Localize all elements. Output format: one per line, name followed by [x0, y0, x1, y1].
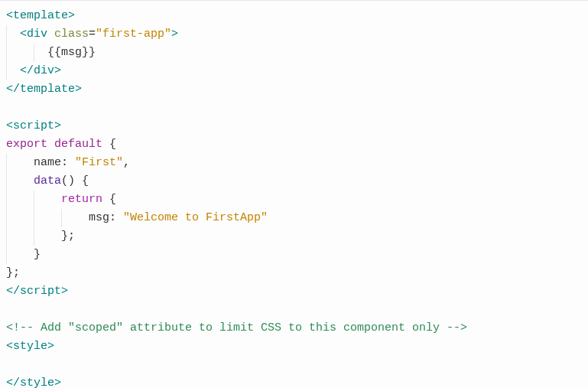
code-line[interactable]: {{msg}} [6, 44, 588, 62]
code-text: </style> [6, 374, 61, 388]
code-line[interactable]: return { [6, 191, 588, 209]
code-line[interactable]: <template> [6, 7, 588, 25]
code-text: <!-- Add "scoped" attribute to limit CSS… [6, 319, 467, 337]
code-text: } [6, 246, 41, 264]
code-line[interactable]: </template> [6, 80, 588, 99]
indent-guide [6, 154, 7, 172]
code-line[interactable]: </style> [6, 374, 588, 388]
code-line[interactable]: </script> [6, 282, 588, 301]
code-editor[interactable]: <template> <div class="first-app"> {{msg… [0, 0, 588, 388]
code-line[interactable]: }; [6, 264, 588, 282]
indent-guide [6, 246, 7, 264]
code-line[interactable]: <script> [6, 117, 588, 135]
code-line[interactable]: } [6, 246, 588, 264]
code-text: <template> [6, 7, 75, 25]
indent-guide [6, 44, 7, 62]
indent-guide [34, 191, 34, 209]
code-line[interactable]: data() { [6, 172, 588, 191]
code-line[interactable]: }; [6, 227, 588, 246]
code-line[interactable]: <style> [6, 337, 588, 356]
code-text: <script> [6, 117, 61, 135]
code-text: {{msg}} [6, 44, 96, 62]
code-line[interactable] [6, 301, 588, 319]
indent-guide [61, 209, 62, 227]
code-text: msg: "Welcome to FirstApp" [6, 209, 268, 227]
indent-guide [6, 227, 7, 246]
code-text: </script> [6, 282, 68, 301]
indent-guide [6, 25, 7, 44]
code-text: data() { [6, 172, 89, 191]
code-text: return { [6, 191, 116, 209]
code-text: <div class="first-app"> [6, 25, 178, 44]
code-text: name: "First", [6, 154, 130, 172]
code-line[interactable]: <!-- Add "scoped" attribute to limit CSS… [6, 319, 588, 337]
indent-guide [6, 191, 7, 209]
indent-guide [34, 209, 34, 227]
code-text: </template> [6, 80, 82, 99]
code-line[interactable]: msg: "Welcome to FirstApp" [6, 209, 588, 227]
code-text: </div> [6, 62, 61, 80]
indent-guide [6, 209, 7, 227]
code-line[interactable]: name: "First", [6, 154, 588, 172]
code-line[interactable] [6, 99, 588, 117]
code-text: export default { [6, 135, 116, 154]
indent-guide [6, 172, 7, 191]
indent-guide [34, 227, 34, 246]
indent-guide [34, 44, 34, 62]
code-line[interactable]: </div> [6, 62, 588, 80]
code-text: <style> [6, 337, 54, 356]
code-line[interactable] [6, 356, 588, 374]
code-text: }; [6, 264, 20, 282]
code-text: }; [6, 227, 75, 246]
indent-guide [6, 62, 7, 80]
code-line[interactable]: <div class="first-app"> [6, 25, 588, 44]
code-line[interactable]: export default { [6, 135, 588, 154]
